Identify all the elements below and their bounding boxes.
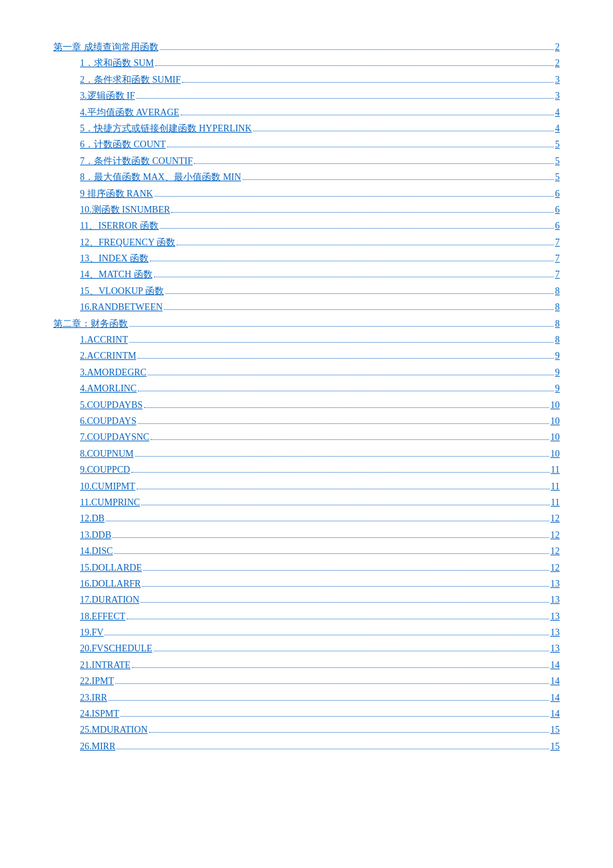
toc-item[interactable]: 第二章：财务函数8 xyxy=(53,317,560,331)
toc-item[interactable]: 7.COUPDAYSNC10 xyxy=(80,430,560,445)
toc-dots xyxy=(165,293,554,294)
toc-item[interactable]: 10.测函数 ISNUMBER6 xyxy=(80,203,560,217)
toc-link[interactable]: 16.DOLLARFR xyxy=(80,577,141,591)
toc-link[interactable]: 5.COUPDAYBS xyxy=(80,398,143,413)
toc-item[interactable]: 3.逻辑函数 IF3 xyxy=(80,89,560,103)
toc-item[interactable]: 26.MIRR15 xyxy=(80,739,560,754)
toc-link[interactable]: 15.DOLLARDE xyxy=(80,561,142,575)
toc-item[interactable]: 4.平均值函数 AVERAGE4 xyxy=(80,105,560,120)
toc-item[interactable]: 11、ISERROR 函数6 xyxy=(80,219,560,233)
toc-link[interactable]: 7．条件计数函数 COUNTIF xyxy=(80,154,193,169)
toc-link[interactable]: 18.EFFECT xyxy=(80,609,125,624)
toc-link[interactable]: 2．条件求和函数 SUMIF xyxy=(80,73,181,87)
toc-item[interactable]: 5.COUPDAYBS10 xyxy=(80,398,560,413)
toc-item[interactable]: 16.DOLLARFR13 xyxy=(80,577,560,591)
toc-item[interactable]: 20.FVSCHEDULE13 xyxy=(80,641,560,656)
toc-dots xyxy=(253,131,554,131)
toc-link[interactable]: 4.平均值函数 AVERAGE xyxy=(80,105,179,120)
toc-link[interactable]: 24.ISPMT xyxy=(80,707,119,721)
toc-page-number: 6 xyxy=(555,187,560,201)
toc-link[interactable]: 22.IPMT xyxy=(80,674,114,689)
toc-link[interactable]: 21.INTRATE xyxy=(80,658,131,673)
toc-item[interactable]: 18.EFFECT13 xyxy=(80,609,560,624)
toc-link[interactable]: 9.COUPPCD xyxy=(80,463,130,477)
toc-link[interactable]: 1．求和函数 SUM xyxy=(80,56,154,71)
toc-link[interactable]: 10.测函数 ISNUMBER xyxy=(80,203,170,217)
toc-item[interactable]: 16.RANDBETWEEN8 xyxy=(80,300,560,315)
toc-item[interactable]: 12.DB12 xyxy=(80,511,560,526)
toc-item[interactable]: 1.ACCRINT8 xyxy=(80,333,560,347)
toc-item[interactable]: 25.MDURATION15 xyxy=(80,723,560,737)
toc-item[interactable]: 9 排序函数 RANK6 xyxy=(80,187,560,201)
toc-link[interactable]: 19.FV xyxy=(80,625,103,640)
toc-link[interactable]: 20.FVSCHEDULE xyxy=(80,641,153,656)
toc-item[interactable]: 1．求和函数 SUM2 xyxy=(80,56,560,71)
toc-link[interactable]: 2.ACCRINTM xyxy=(80,349,136,363)
toc-link[interactable]: 4.AMORLINC xyxy=(80,381,137,396)
toc-item[interactable]: 2.ACCRINTM9 xyxy=(80,349,560,363)
toc-dots xyxy=(106,521,549,521)
toc-link[interactable]: 7.COUPDAYSNC xyxy=(80,430,149,445)
toc-item[interactable]: 23.IRR14 xyxy=(80,691,560,705)
toc-link[interactable]: 12.DB xyxy=(80,511,105,526)
toc-dots xyxy=(136,98,554,99)
toc-link[interactable]: 11.CUMPRINC xyxy=(80,495,140,510)
toc-link[interactable]: 23.IRR xyxy=(80,691,107,705)
toc-link[interactable]: 10.CUMIPMT xyxy=(80,479,135,494)
toc-item[interactable]: 13.DDB12 xyxy=(80,528,560,543)
toc-link[interactable]: 16.RANDBETWEEN xyxy=(80,300,163,315)
toc-item[interactable]: 3.AMORDEGRC9 xyxy=(80,365,560,380)
toc-dots xyxy=(114,553,549,554)
toc-item[interactable]: 22.IPMT14 xyxy=(80,674,560,689)
toc-dots xyxy=(164,309,554,310)
toc-item[interactable]: 21.INTRATE14 xyxy=(80,658,560,673)
toc-link[interactable]: 8.COUPNUM xyxy=(80,447,134,461)
toc-item[interactable]: 6．计数函数 COUNT5 xyxy=(80,137,560,152)
toc-item[interactable]: 第一章 成绩查询常用函数2 xyxy=(53,40,560,55)
toc-link[interactable]: 5．快捷方式或链接创建函数 HYPERLINK xyxy=(80,121,252,136)
toc-item[interactable]: 15、VLOOKUP 函数8 xyxy=(80,284,560,299)
toc-item[interactable]: 14.DISC12 xyxy=(80,544,560,559)
toc-item[interactable]: 11.CUMPRINC11 xyxy=(80,495,560,510)
toc-item[interactable]: 6.COUPDAYS10 xyxy=(80,414,560,429)
toc-page-number: 15 xyxy=(550,739,560,754)
toc-item[interactable]: 14、MATCH 函数7 xyxy=(80,267,560,282)
toc-link[interactable]: 11、ISERROR 函数 xyxy=(80,219,159,233)
toc-link[interactable]: 9 排序函数 RANK xyxy=(80,187,153,201)
toc-link[interactable]: 12、FREQUENCY 函数 xyxy=(80,235,175,250)
toc-item[interactable]: 9.COUPPCD11 xyxy=(80,463,560,477)
toc-item[interactable]: 5．快捷方式或链接创建函数 HYPERLINK4 xyxy=(80,121,560,136)
toc-item[interactable]: 13、INDEX 函数7 xyxy=(80,251,560,266)
toc-link[interactable]: 13、INDEX 函数 xyxy=(80,251,149,266)
toc-item[interactable]: 15.DOLLARDE12 xyxy=(80,561,560,575)
toc-dots xyxy=(129,342,554,343)
toc-link[interactable]: 25.MDURATION xyxy=(80,723,148,737)
toc-link[interactable]: 6．计数函数 COUNT xyxy=(80,137,166,152)
toc-item[interactable]: 17.DURATION13 xyxy=(80,593,560,607)
toc-link[interactable]: 第二章：财务函数 xyxy=(53,317,128,331)
toc-item[interactable]: 10.CUMIPMT11 xyxy=(80,479,560,494)
toc-item[interactable]: 12、FREQUENCY 函数7 xyxy=(80,235,560,250)
toc-item[interactable]: 2．条件求和函数 SUMIF3 xyxy=(80,73,560,87)
toc-link[interactable]: 13.DDB xyxy=(80,528,111,543)
toc-link[interactable]: 26.MIRR xyxy=(80,739,115,754)
toc-link[interactable]: 14.DISC xyxy=(80,544,113,559)
toc-link[interactable]: 14、MATCH 函数 xyxy=(80,267,153,282)
toc-link[interactable]: 1.ACCRINT xyxy=(80,333,128,347)
toc-item[interactable]: 8.COUPNUM10 xyxy=(80,447,560,461)
toc-item[interactable]: 24.ISPMT14 xyxy=(80,707,560,721)
toc-page-number: 11 xyxy=(551,495,560,510)
toc-link[interactable]: 3.AMORDEGRC xyxy=(80,365,147,380)
toc-link[interactable]: 8．最大值函数 MAX、最小值函数 MIN xyxy=(80,170,241,185)
toc-item[interactable]: 7．条件计数函数 COUNTIF5 xyxy=(80,154,560,169)
toc-link[interactable]: 3.逻辑函数 IF xyxy=(80,89,135,103)
toc-link[interactable]: 15、VLOOKUP 函数 xyxy=(80,284,164,299)
toc-item[interactable]: 8．最大值函数 MAX、最小值函数 MIN5 xyxy=(80,170,560,185)
toc-dots xyxy=(155,196,554,197)
toc-item[interactable]: 19.FV13 xyxy=(80,625,560,640)
toc-link[interactable]: 6.COUPDAYS xyxy=(80,414,137,429)
toc-dots xyxy=(109,700,549,701)
toc-link[interactable]: 17.DURATION xyxy=(80,593,139,607)
toc-item[interactable]: 4.AMORLINC9 xyxy=(80,381,560,396)
toc-link[interactable]: 第一章 成绩查询常用函数 xyxy=(53,40,159,55)
